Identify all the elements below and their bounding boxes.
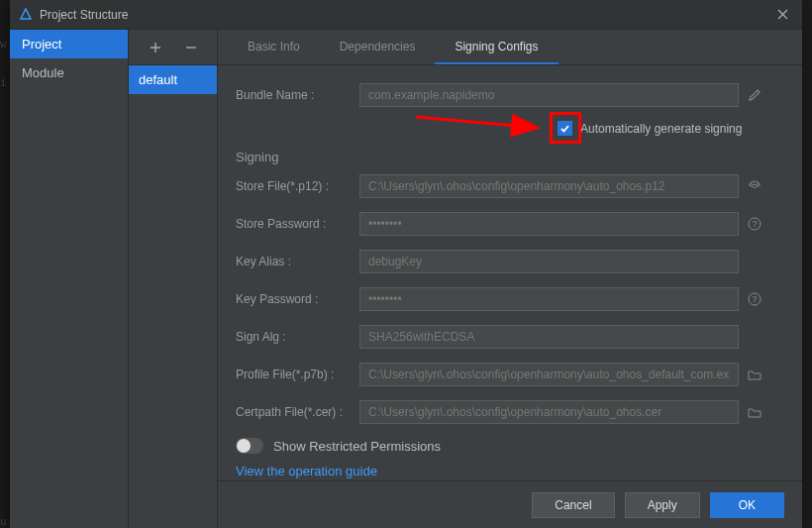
profile-file-label: Profile File(*.p7b) : [236,368,359,381]
auto-sign-checkbox[interactable] [558,121,572,136]
config-item-default[interactable]: default [129,65,217,94]
key-password-row: Key Password : ? [236,287,766,311]
app-logo-icon [18,7,34,23]
cert-file-input[interactable] [359,400,739,424]
nav-item-project[interactable]: Project [10,30,128,58]
restricted-permissions-label: Show Restricted Permissions [273,439,441,454]
tab-basic-info[interactable]: Basic Info [228,30,320,64]
restricted-permissions-row: Show Restricted Permissions [236,438,766,454]
key-password-label: Key Password : [236,292,359,306]
close-button[interactable] [770,3,794,27]
store-file-label: Store File(*.p12) : [236,179,359,193]
annotation-arrow [414,113,553,143]
bundle-name-label: Bundle Name : [236,88,359,102]
tab-dependencies[interactable]: Dependencies [320,30,436,64]
bundle-name-input[interactable] [359,83,739,107]
dialog-title: Project Structure [40,8,128,22]
operation-guide-link[interactable]: View the operation guide [236,464,766,478]
bundle-name-row: Bundle Name : [236,83,766,107]
help-icon[interactable]: ? [743,217,766,231]
key-alias-label: Key Alias : [236,255,359,268]
help-icon[interactable]: ? [743,292,766,306]
store-password-row: Store Password : ? [236,212,766,236]
tab-bar: Basic Info Dependencies Signing Configs [218,30,802,65]
config-list-column: default [129,30,218,528]
add-config-button[interactable] [147,39,164,56]
tab-signing-configs[interactable]: Signing Configs [435,30,558,64]
key-alias-row: Key Alias : [236,250,766,273]
store-file-row: Store File(*.p12) : [236,174,766,198]
form-area: Bundle Name : Automatically gen [218,65,802,480]
svg-text:?: ? [752,219,757,229]
nav-item-module[interactable]: Module [10,58,128,87]
svg-text:?: ? [752,294,757,304]
restricted-permissions-toggle[interactable] [236,438,263,454]
titlebar: Project Structure [10,0,802,30]
project-structure-dialog: Project Structure Project Module default… [10,0,802,528]
background-edge: w i u [0,0,10,528]
key-alias-input[interactable] [359,250,739,273]
edit-bundle-name-icon[interactable] [743,88,766,102]
config-list-toolbar [129,30,217,65]
fingerprint-icon[interactable] [743,178,766,194]
cert-file-row: Certpath File(*.cer) : [236,400,766,424]
sign-alg-input[interactable] [359,325,739,349]
remove-config-button[interactable] [182,39,200,56]
signing-section-title: Signing [236,150,766,164]
left-nav: Project Module [10,30,129,528]
store-password-label: Store Password : [236,217,359,231]
main-panel: Basic Info Dependencies Signing Configs … [218,30,802,528]
apply-button[interactable]: Apply [625,492,700,518]
browse-folder-icon[interactable] [743,405,766,419]
auto-sign-row: Automatically generate signing [236,121,766,136]
store-password-input[interactable] [359,212,739,236]
sign-alg-row: Sign Alg : [236,325,766,349]
cancel-button[interactable]: Cancel [532,492,614,518]
browse-folder-icon[interactable] [743,368,766,381]
cert-file-label: Certpath File(*.cer) : [236,405,359,419]
profile-file-input[interactable] [359,363,739,386]
sign-alg-label: Sign Alg : [236,330,359,344]
auto-sign-label: Automatically generate signing [580,122,742,136]
key-password-input[interactable] [359,287,739,311]
dialog-footer: Cancel Apply OK [218,480,802,528]
profile-file-row: Profile File(*.p7b) : [236,363,766,386]
ok-button[interactable]: OK [710,492,784,518]
store-file-input[interactable] [359,174,739,198]
